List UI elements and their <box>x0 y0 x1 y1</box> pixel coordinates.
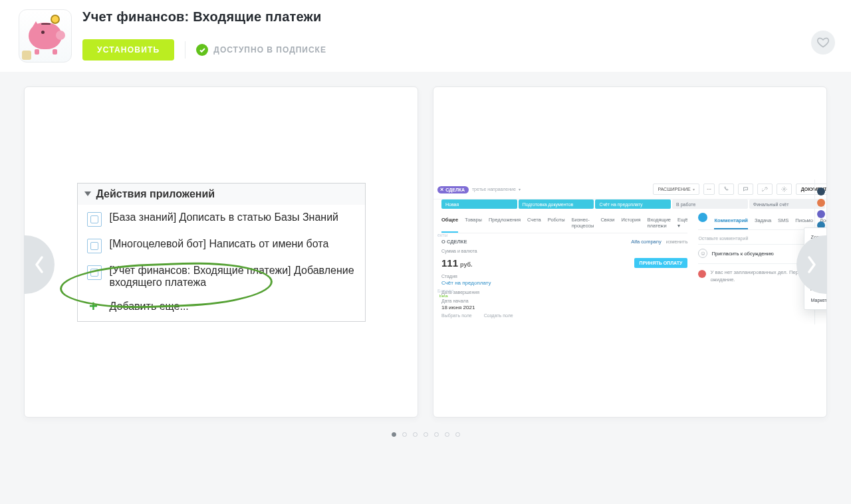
chevron-right-icon <box>806 255 817 274</box>
app-icon <box>19 9 72 63</box>
stage[interactable]: Счёт на предоплату <box>595 199 671 209</box>
add-more-action[interactable]: + Добавить еще... <box>78 293 365 321</box>
deal-tabs: Общее Товары Предложения Счета Роботы Би… <box>441 213 687 233</box>
tab[interactable]: Письмо <box>795 213 813 228</box>
stage[interactable]: Новая <box>441 199 517 209</box>
deal-pill-label: СДЕЛКА <box>445 188 465 192</box>
close-date-label: Дата завершения <box>441 290 687 295</box>
tab[interactable]: Роботы <box>548 213 565 233</box>
actions-panel-header[interactable]: Действия приложений <box>77 183 366 205</box>
side-item: екты <box>437 233 447 237</box>
expand-chip[interactable]: РАСШИРЕНИЕ▾ <box>653 184 699 195</box>
avatar[interactable] <box>817 199 825 207</box>
stage[interactable]: В работе <box>672 199 748 209</box>
comment-placeholder: Оставьте комментарий <box>698 236 748 241</box>
stage[interactable]: Подготовка документов <box>519 199 594 209</box>
start-date-label: Дата начала <box>441 299 687 303</box>
tab[interactable]: История <box>621 213 640 233</box>
user-icon: ☺ <box>698 249 707 258</box>
change-link[interactable]: изменить <box>666 239 688 245</box>
alert-icon <box>698 270 706 278</box>
pagination-dots <box>24 432 827 437</box>
check-icon <box>196 44 208 56</box>
heart-icon <box>816 36 830 49</box>
side-item-label: Бизнес <box>437 289 454 293</box>
dot[interactable] <box>392 432 396 437</box>
actions-list: [База знаний] Дописать в статью Базы Зна… <box>77 205 366 322</box>
dot[interactable] <box>402 432 407 437</box>
tabs-more[interactable]: Ещё ▾ <box>677 213 687 233</box>
dot[interactable] <box>413 432 418 437</box>
deal-pill[interactable]: × СДЕЛКА <box>437 186 469 193</box>
link-button[interactable] <box>757 184 773 195</box>
sum-label: Сумма и валюта <box>441 249 687 253</box>
app-action-icon <box>87 265 102 280</box>
action-item[interactable]: [База знаний] Дописать в статью Базы Зна… <box>78 205 365 231</box>
chevron-down-icon <box>84 191 91 196</box>
bot-mini-icon <box>22 51 31 60</box>
dot[interactable] <box>455 432 460 437</box>
stage[interactable]: Финальный счёт <box>749 199 825 209</box>
company-link[interactable]: Alfa company <box>631 239 661 245</box>
tab[interactable]: Счета <box>527 213 541 233</box>
menu-item[interactable]: Маркет <box>804 294 827 307</box>
stage-value[interactable]: Счёт на предоплату <box>441 280 687 286</box>
phone-button[interactable] <box>719 184 734 195</box>
tab[interactable]: Предложения <box>489 213 521 233</box>
tab[interactable]: Общее <box>441 213 458 233</box>
dot[interactable] <box>445 432 449 437</box>
action-label: [Учет финансов: Входящие платежи] Добавл… <box>110 265 356 289</box>
action-label: [База знаний] Дописать в статью Базы Зна… <box>110 211 339 223</box>
tab[interactable]: Задача <box>755 213 771 228</box>
dot[interactable] <box>424 432 428 437</box>
close-icon[interactable]: × <box>440 188 443 192</box>
action-label: [Многоцелевой бот] Написать от имени бот… <box>110 238 329 250</box>
gallery: Действия приложений [База знаний] Дописа… <box>0 72 851 457</box>
tab[interactable]: SMS <box>778 213 789 228</box>
about-deal-label: О СДЕЛКЕ <box>441 239 467 245</box>
create-field[interactable]: Создать поле <box>484 313 513 318</box>
gear-button[interactable] <box>777 184 792 195</box>
tab[interactable]: Входящие платежи <box>647 213 671 233</box>
app-action-icon <box>87 239 102 253</box>
plus-icon: + <box>87 300 100 313</box>
availability-text: ДОСТУПНО В ПОДПИСКЕ <box>213 45 326 55</box>
invite-label: Пригласить к обсуждению <box>711 251 773 257</box>
action-item-highlighted[interactable]: [Учет финансов: Входящие платежи] Добавл… <box>78 258 365 293</box>
deal-direction[interactable]: третье направление ▾ <box>472 187 521 191</box>
pick-field[interactable]: Выбрать поле <box>441 313 472 318</box>
stage-bar: Новая Подготовка документов Счёт на пред… <box>433 199 827 213</box>
slide-2: × СДЕЛКА екты Бизнес beta тест ☆ третье … <box>433 86 827 418</box>
avatar[interactable] <box>817 188 825 195</box>
availability-badge: ДОСТУПНО В ПОДПИСКЕ <box>196 44 326 56</box>
separator <box>185 41 185 59</box>
favorite-button[interactable] <box>811 31 835 55</box>
actions-panel-title: Действия приложений <box>96 188 215 200</box>
crm-topbar: тест ☆ третье направление ▾ РАСШИРЕНИЕ▾ … <box>433 180 827 199</box>
chevron-left-icon <box>34 255 45 274</box>
action-item[interactable]: [Многоцелевой бот] Написать от имени бот… <box>78 231 365 258</box>
app-title: Учет финансов: Входящие платежи <box>82 9 832 25</box>
date-value: 18 июня 2021 <box>441 305 687 311</box>
tab[interactable]: Товары <box>465 213 482 233</box>
app-header: Учет финансов: Входящие платежи УСТАНОВИ… <box>0 0 851 72</box>
tab[interactable]: Комментарий <box>714 213 748 229</box>
avatar[interactable] <box>817 210 825 218</box>
beta-badge: beta <box>439 294 448 298</box>
piggy-icon <box>27 19 64 53</box>
side-item[interactable]: Бизнес beta <box>437 289 454 298</box>
tab[interactable]: Связи <box>600 213 614 233</box>
avatar-icon <box>698 213 707 222</box>
stage-label: Стадия <box>441 274 687 279</box>
svg-point-0 <box>783 188 785 189</box>
chat-button[interactable] <box>738 184 753 195</box>
deal-amount: 111руб. <box>441 257 472 269</box>
toolbar-more[interactable]: ⋯ <box>703 184 715 195</box>
tab[interactable]: Бизнес-процессы <box>572 213 594 233</box>
app-action-icon <box>87 212 102 227</box>
dot[interactable] <box>434 432 439 437</box>
accept-payment-button[interactable]: ПРИНЯТЬ ОПЛАТУ <box>634 258 688 268</box>
add-more-label: Добавить еще... <box>110 301 189 313</box>
install-button[interactable]: УСТАНОВИТЬ <box>82 39 174 61</box>
slide-1: Действия приложений [База знаний] Дописа… <box>24 86 418 418</box>
